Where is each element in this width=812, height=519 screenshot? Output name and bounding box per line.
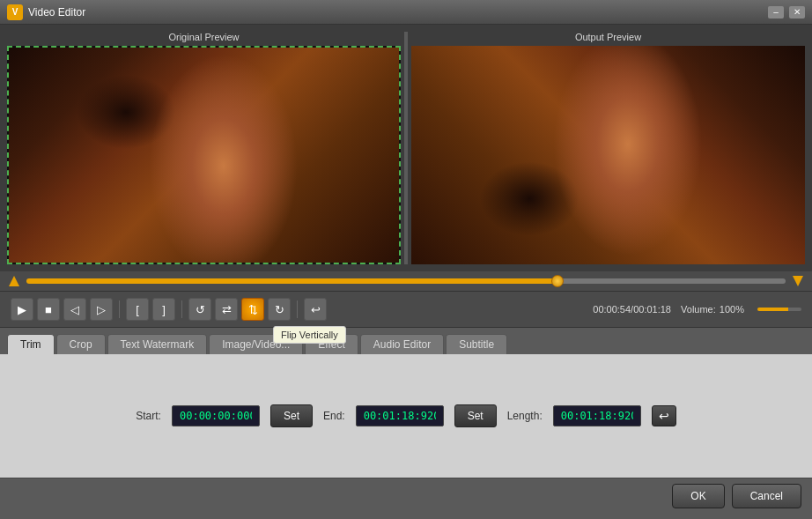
mark-in-button[interactable]: [ (126, 298, 149, 321)
start-label: Start: (136, 410, 161, 422)
seekbar-track[interactable] (26, 278, 786, 284)
titlebar: V Video Editor – ✕ (0, 0, 812, 25)
preview-divider (404, 32, 408, 264)
output-video-frame (411, 46, 805, 264)
rotate-right-button[interactable]: ↻ (268, 298, 291, 321)
minimize-button[interactable]: – (768, 6, 784, 19)
start-time-input[interactable] (172, 405, 260, 426)
tab-audio-editor[interactable]: Audio Editor (360, 334, 444, 354)
length-label: Length: (507, 410, 543, 422)
bottom-bar: OK Cancel (0, 478, 812, 513)
undo-button[interactable]: ↩ (304, 298, 327, 321)
tab-trim[interactable]: Trim (7, 334, 55, 354)
original-preview-section: Original Preview (7, 32, 401, 264)
window-title: Video Editor (28, 6, 768, 19)
tab-crop[interactable]: Crop (56, 334, 106, 354)
preview-area: Original Preview Output Preview (0, 25, 812, 271)
next-frame-button[interactable]: ▷ (90, 298, 113, 321)
controls-bar: ▶ ■ ◁ ▷ [ ] ↺ ⇄ ⇅ ↻ ↩ 00:00:54/00:01:18 … (0, 291, 812, 328)
flip-vertically-tooltip: Flip Vertically (273, 326, 346, 344)
end-set-button[interactable]: Set (454, 404, 497, 427)
time-display: 00:00:54/00:01:18 Volume: 100% (593, 304, 801, 315)
mark-out-button[interactable]: ] (152, 298, 175, 321)
play-button[interactable]: ▶ (11, 298, 33, 321)
trim-controls-row: Start: Set End: Set Length: ↩ (136, 404, 675, 427)
controls-separator-3 (297, 300, 298, 318)
output-preview-label: Output Preview (411, 32, 805, 42)
length-time-input[interactable] (553, 405, 641, 426)
window-controls: – ✕ (768, 6, 805, 19)
end-time-input[interactable] (356, 405, 444, 426)
original-preview-video (7, 46, 401, 264)
original-preview-label: Original Preview (7, 32, 401, 42)
controls-separator-1 (119, 300, 120, 318)
close-button[interactable]: ✕ (789, 6, 805, 19)
stop-button[interactable]: ■ (37, 298, 60, 321)
output-preview-section: Output Preview (411, 32, 805, 264)
start-set-button[interactable]: Set (270, 404, 313, 427)
volume-slider[interactable] (757, 308, 801, 311)
prev-frame-button[interactable]: ◁ (63, 298, 86, 321)
flip-horizontal-button[interactable]: ⇄ (215, 298, 238, 321)
seekbar-end-marker (793, 276, 803, 286)
output-preview-video (411, 46, 805, 264)
seekbar-thumb[interactable] (551, 275, 564, 287)
content-area: Start: Set End: Set Length: ↩ (0, 354, 812, 478)
rotate-left-button[interactable]: ↺ (188, 298, 211, 321)
seekbar-area[interactable] (0, 271, 812, 291)
seekbar-start-marker (9, 276, 19, 286)
app-icon: V (7, 4, 23, 20)
original-video-frame (9, 48, 399, 263)
ok-button[interactable]: OK (672, 484, 724, 508)
controls-separator-2 (181, 300, 182, 318)
tab-text-watermark[interactable]: Text Watermark (107, 334, 208, 354)
end-label: End: (323, 410, 345, 422)
tab-subtitle[interactable]: Subtitle (446, 334, 507, 354)
cancel-button[interactable]: Cancel (732, 484, 801, 508)
tabs-bar: Trim Crop Text Watermark Image/Video... … (0, 328, 812, 354)
flip-vertical-button[interactable]: ⇅ (241, 298, 264, 321)
length-reset-button[interactable]: ↩ (652, 405, 676, 426)
